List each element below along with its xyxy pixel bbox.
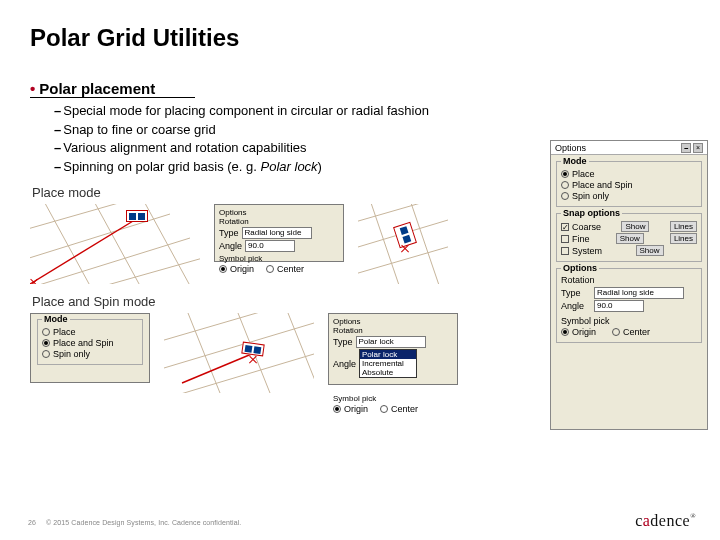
- show-button[interactable]: Show: [621, 221, 649, 232]
- cadence-logo: cadence®: [635, 512, 696, 530]
- svg-line-14: [164, 323, 314, 371]
- origin-radio[interactable]: [219, 265, 227, 273]
- mode-spin-only-radio[interactable]: [42, 350, 50, 358]
- svg-line-18: [284, 313, 314, 393]
- page-number: 26: [28, 519, 36, 526]
- center-radio[interactable]: [266, 265, 274, 273]
- coarse-check[interactable]: [561, 223, 569, 231]
- mode-place-radio[interactable]: [561, 170, 569, 178]
- copyright: © 2015 Cadence Design Systems, Inc. Cade…: [46, 519, 241, 526]
- svg-line-15: [164, 351, 314, 393]
- svg-line-19: [182, 353, 254, 383]
- diagram-canvas: [358, 204, 448, 284]
- bullet-item: –Snap to fine or coarse grid: [54, 121, 690, 139]
- footer: 26 © 2015 Cadence Design Systems, Inc. C…: [28, 519, 241, 526]
- mode-place-spin-radio[interactable]: [42, 339, 50, 347]
- angle-input[interactable]: 90.0: [245, 240, 295, 252]
- mode-place-radio[interactable]: [42, 328, 50, 336]
- options-panel: Options ‒ × Mode Place Place and Spin Sp…: [550, 140, 708, 430]
- center-radio[interactable]: [380, 405, 388, 413]
- angle-dropdown[interactable]: Polar lock Incremental Absolute: [359, 349, 417, 378]
- mode-spin-only-radio[interactable]: [561, 192, 569, 200]
- close-icon[interactable]: ×: [693, 143, 703, 153]
- show-button[interactable]: Show: [636, 245, 664, 256]
- origin-radio[interactable]: [561, 328, 569, 336]
- svg-line-1: [30, 214, 170, 264]
- svg-line-13: [164, 313, 284, 343]
- system-check[interactable]: [561, 247, 569, 255]
- mode-place-spin-radio[interactable]: [561, 181, 569, 189]
- type-combo[interactable]: Radial long side: [594, 287, 684, 299]
- minimize-icon[interactable]: ‒: [681, 143, 691, 153]
- diagram-canvas: [164, 313, 314, 393]
- type-combo[interactable]: Radial long side: [242, 227, 312, 239]
- bullet-item: –Special mode for placing component in c…: [54, 102, 690, 120]
- angle-input[interactable]: 90.0: [594, 300, 644, 312]
- svg-line-11: [368, 204, 402, 284]
- options-rotation-panel: Options Rotation TypeRadial long side An…: [214, 204, 344, 262]
- lines-button[interactable]: Lines: [670, 233, 697, 244]
- slide-title: Polar Grid Utilities: [30, 24, 690, 52]
- options-rotation-panel-2: Options Rotation TypePolar lock Angle Po…: [328, 313, 458, 385]
- svg-line-8: [358, 204, 438, 224]
- diagram-canvas: [30, 204, 200, 284]
- mode-panel: Mode Place Place and Spin Spin only: [30, 313, 150, 383]
- svg-line-16: [184, 313, 224, 393]
- svg-line-12: [408, 204, 442, 284]
- lines-button[interactable]: Lines: [670, 221, 697, 232]
- origin-radio[interactable]: [333, 405, 341, 413]
- fine-check[interactable]: [561, 235, 569, 243]
- type-combo[interactable]: Polar lock: [356, 336, 426, 348]
- section-heading: •Polar placement: [30, 80, 690, 102]
- svg-line-2: [30, 238, 190, 284]
- show-button[interactable]: Show: [616, 233, 644, 244]
- center-radio[interactable]: [612, 328, 620, 336]
- titlebar-text: Options: [555, 143, 586, 153]
